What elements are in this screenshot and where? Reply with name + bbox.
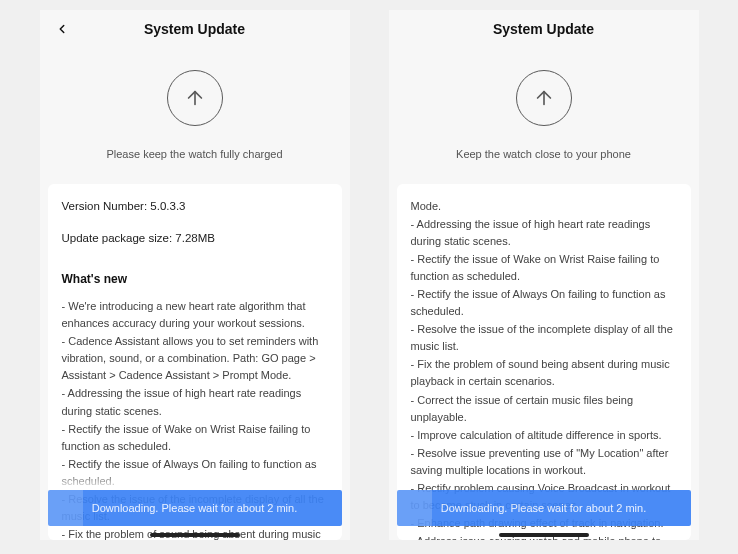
- download-status-text: Downloading. Please wait for about 2 min…: [441, 502, 646, 514]
- back-button[interactable]: [50, 17, 74, 41]
- whats-new-heading: What's new: [62, 270, 328, 289]
- release-note-item: - We're introducing a new heart rate alg…: [62, 298, 328, 332]
- page-title: System Update: [144, 21, 245, 37]
- home-indicator: [150, 533, 240, 537]
- upload-icon: [167, 70, 223, 126]
- release-note-item: - Addressing the issue of high heart rat…: [62, 385, 328, 419]
- arrow-up-icon: [184, 87, 206, 109]
- release-note-item: - Rectify the issue of Always On failing…: [62, 456, 328, 490]
- upload-icon: [516, 70, 572, 126]
- release-note-item: - Resolve the issue of the incomplete di…: [411, 321, 677, 355]
- download-progress-bar[interactable]: Downloading. Please wait for about 2 min…: [48, 490, 342, 526]
- release-note-item: - Cadence Assistant allows you to set re…: [62, 333, 328, 384]
- upload-icon-area: Please keep the watch fully charged: [40, 48, 350, 178]
- upload-icon-area: Keep the watch close to your phone: [389, 48, 699, 178]
- package-size: Update package size: 7.28MB: [62, 230, 328, 248]
- update-card: Version Number: 5.0.3.3 Update package s…: [48, 184, 342, 540]
- page-title: System Update: [493, 21, 594, 37]
- release-note-item: - Rectify the issue of Always On failing…: [411, 286, 677, 320]
- screen-right: System Update Keep the watch close to yo…: [389, 10, 699, 540]
- version-number: Version Number: 5.0.3.3: [62, 198, 328, 216]
- header: System Update: [389, 10, 699, 48]
- charging-caption: Please keep the watch fully charged: [106, 148, 282, 160]
- chevron-left-icon: [55, 22, 69, 36]
- release-note-item: - Correct the issue of certain music fil…: [411, 392, 677, 426]
- release-note-item: - Rectify the issue of Wake on Wrist Rai…: [62, 421, 328, 455]
- release-note-item: - Resolve issue preventing use of "My Lo…: [411, 445, 677, 479]
- download-progress-bar[interactable]: Downloading. Please wait for about 2 min…: [397, 490, 691, 526]
- arrow-up-icon: [533, 87, 555, 109]
- release-note-item: - Fix the problem of sound being absent …: [411, 356, 677, 390]
- update-card: Mode.- Addressing the issue of high hear…: [397, 184, 691, 540]
- header: System Update: [40, 10, 350, 48]
- release-note-item: - Improve calculation of altitude differ…: [411, 427, 677, 444]
- release-notes: Mode.- Addressing the issue of high hear…: [411, 198, 677, 540]
- home-indicator: [499, 533, 589, 537]
- proximity-caption: Keep the watch close to your phone: [456, 148, 631, 160]
- download-status-text: Downloading. Please wait for about 2 min…: [92, 502, 297, 514]
- release-note-item: Mode.: [411, 198, 677, 215]
- progress-fill: [397, 490, 432, 526]
- release-note-item: - Addressing the issue of high heart rat…: [411, 216, 677, 250]
- screen-left: System Update Please keep the watch full…: [40, 10, 350, 540]
- release-note-item: - Rectify the issue of Wake on Wrist Rai…: [411, 251, 677, 285]
- progress-fill: [48, 490, 83, 526]
